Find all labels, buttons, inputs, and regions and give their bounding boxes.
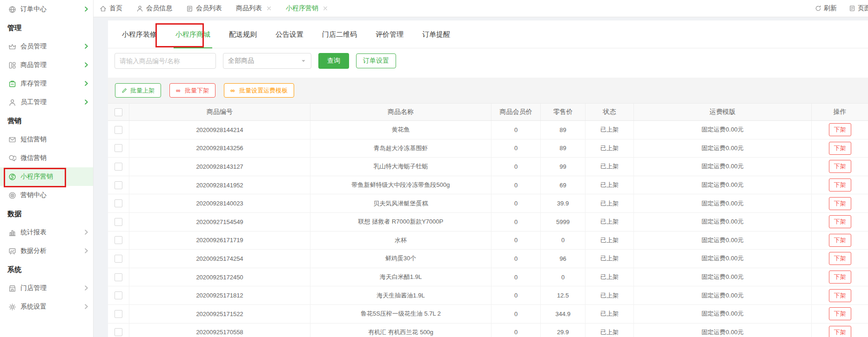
cell-retail-price: 0 — [541, 268, 585, 287]
sidebar-item[interactable]: 营销中心 — [0, 186, 93, 205]
sidebar-item-label: 统计报表 — [20, 228, 47, 237]
cell-product-name: 海天白米醋1.9L — [310, 268, 491, 287]
column-header: 商品编号 — [129, 104, 310, 120]
row-checkbox[interactable] — [114, 328, 122, 336]
take-down-button[interactable]: 下架 — [829, 326, 851, 337]
select-all-checkbox[interactable] — [114, 108, 122, 116]
batch-action-button[interactable]: ∞批量下架 — [169, 83, 215, 98]
take-down-button[interactable]: 下架 — [829, 197, 851, 210]
cell-product-id: 20200927154549 — [129, 213, 310, 231]
cell-freight-template: 固定运费0.00元 — [634, 158, 812, 176]
close-icon[interactable] — [266, 6, 272, 11]
subtab[interactable]: 小程序装修 — [113, 21, 166, 48]
table-row: 20200927154549联想 拯救者 R7000新款Y7000P05999已… — [108, 213, 868, 231]
row-checkbox[interactable] — [114, 126, 122, 134]
row-checkbox-cell — [108, 268, 129, 287]
take-down-button[interactable]: 下架 — [829, 142, 851, 155]
sidebar-item[interactable]: 会员管理 — [0, 37, 93, 56]
sidebar-item[interactable]: 数据分析 — [0, 242, 93, 260]
search-input[interactable] — [114, 53, 216, 69]
subtab[interactable]: 门店二维码 — [313, 21, 366, 48]
sidebar-item[interactable]: 库存管理 — [0, 74, 93, 93]
sidebar-item[interactable]: 商品管理 — [0, 56, 93, 74]
cell-action: 下架 — [812, 324, 868, 337]
crown-icon — [8, 43, 16, 51]
order-settings-button[interactable]: 订单设置 — [356, 53, 396, 68]
top-tab[interactable]: 小程序营销 — [286, 4, 328, 13]
sidebar-item[interactable]: 员工管理 — [0, 93, 93, 112]
cell-freight-template: 固定运费0.00元 — [634, 176, 812, 195]
cell-freight-template: 固定运费0.00元 — [634, 121, 812, 139]
take-down-button[interactable]: 下架 — [829, 234, 851, 247]
query-button[interactable]: 查询 — [318, 53, 349, 69]
subtab[interactable]: 小程序商城 — [166, 21, 220, 48]
batch-action-button[interactable]: 批量上架 — [115, 83, 161, 98]
sidebar-item[interactable]: 系统设置 — [0, 297, 93, 316]
cell-action: 下架 — [812, 268, 868, 287]
sidebar-item-label: 小程序营销 — [20, 172, 53, 181]
staff-icon — [8, 99, 16, 106]
close-icon[interactable] — [323, 6, 328, 11]
topbar-action[interactable]: 刷新 — [815, 4, 837, 13]
category-select[interactable]: 全部商品 — [223, 53, 311, 69]
row-checkbox[interactable] — [114, 163, 122, 171]
cell-freight-template: 固定运费0.00元 — [634, 250, 812, 268]
page-icon — [849, 5, 855, 12]
subtab[interactable]: 配送规则 — [220, 21, 266, 48]
cell-product-id: 20200926171719 — [129, 231, 310, 250]
cell-member-price: 0 — [491, 194, 541, 213]
table-row: 20200925174254鲜鸡蛋30个096已上架固定运费0.00元下架 — [108, 250, 868, 268]
row-checkbox[interactable] — [114, 181, 122, 189]
take-down-button[interactable]: 下架 — [829, 178, 851, 192]
sidebar-item[interactable]: 统计报表 — [0, 223, 93, 242]
cell-product-id: 20200928144214 — [129, 121, 310, 139]
subtab[interactable]: 订单提醒 — [413, 21, 459, 48]
target-icon — [8, 192, 16, 199]
subtab-bar: 小程序装修小程序商城配送规则公告设置门店二维码评价管理订单提醒 — [108, 20, 868, 48]
subtab[interactable]: 评价管理 — [366, 21, 413, 48]
row-checkbox[interactable] — [114, 199, 122, 207]
row-checkbox[interactable] — [114, 273, 122, 281]
row-checkbox[interactable] — [114, 236, 122, 244]
row-checkbox[interactable] — [114, 291, 122, 299]
take-down-button[interactable]: 下架 — [829, 215, 851, 228]
sidebar-item[interactable]: 短信营销 — [0, 130, 93, 149]
sidebar-item[interactable]: 门店管理 — [0, 279, 93, 297]
cell-status: 已上架 — [585, 305, 634, 324]
cell-product-id: 20200928140023 — [129, 194, 310, 213]
table-row: 20200928143127乳山特大海蛎子牡蛎099已上架固定运费0.00元下架 — [108, 158, 868, 176]
table-row: 20200928141952带鱼新鲜特级大中段冷冻带鱼段500g069已上架固定… — [108, 176, 868, 195]
take-down-button[interactable]: 下架 — [829, 307, 851, 320]
top-tab[interactable]: 首页 — [100, 4, 122, 13]
sidebar-item[interactable]: 订单中心 — [0, 0, 93, 19]
subtab[interactable]: 公告设置 — [266, 21, 313, 48]
cell-action: 下架 — [812, 194, 868, 213]
topbar-action[interactable]: 页面操作 — [849, 4, 868, 13]
top-tab-label: 会员信息 — [146, 4, 172, 13]
top-tab[interactable]: 会员信息 — [136, 4, 172, 13]
cell-freight-template: 固定运费0.00元 — [634, 231, 812, 250]
sidebar-item[interactable]: 小程序营销 — [0, 167, 93, 186]
take-down-button[interactable]: 下架 — [829, 160, 851, 173]
batch-action-button[interactable]: ∞批量设置运费模板 — [224, 83, 294, 98]
home-icon — [100, 5, 107, 12]
cell-action: 下架 — [812, 305, 868, 324]
infinity-icon: ∞ — [230, 87, 236, 93]
top-tab[interactable]: 会员列表 — [186, 4, 222, 13]
row-checkbox[interactable] — [114, 310, 122, 318]
row-checkbox[interactable] — [114, 144, 122, 152]
cell-action: 下架 — [812, 176, 868, 195]
take-down-button[interactable]: 下架 — [829, 123, 851, 136]
wechat-icon — [8, 154, 16, 162]
cell-retail-price: 344.9 — [541, 305, 585, 324]
take-down-button[interactable]: 下架 — [829, 271, 851, 284]
gear-icon — [8, 303, 16, 311]
row-checkbox[interactable] — [114, 255, 122, 263]
take-down-button[interactable]: 下架 — [829, 252, 851, 265]
take-down-button[interactable]: 下架 — [829, 289, 851, 302]
sidebar-item[interactable]: 微信营销 — [0, 149, 93, 167]
top-tab[interactable]: 商品列表 — [236, 4, 272, 13]
row-checkbox[interactable] — [114, 218, 122, 226]
cell-freight-template: 固定运费0.00元 — [634, 213, 812, 231]
cell-action: 下架 — [812, 250, 868, 268]
